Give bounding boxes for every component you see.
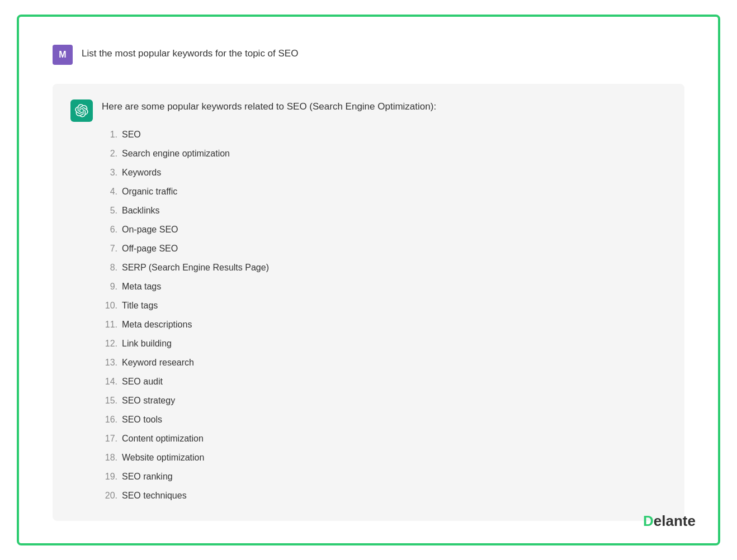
main-container: M List the most popular keywords for the… [17, 15, 720, 545]
item-text: Keywords [122, 166, 161, 179]
item-text: Organic traffic [122, 185, 177, 198]
list-item: 3.Keywords [102, 163, 667, 182]
item-text: SEO strategy [122, 394, 175, 407]
chatgpt-logo-svg [75, 104, 88, 117]
item-number: 12. [102, 337, 117, 350]
list-item: 14.SEO audit [102, 372, 667, 391]
item-number: 16. [102, 413, 117, 426]
item-number: 7. [102, 242, 117, 255]
user-message: M List the most popular keywords for the… [53, 39, 684, 70]
item-text: Title tags [122, 299, 158, 312]
list-item: 15.SEO strategy [102, 391, 667, 410]
brand-rest: elante [654, 512, 696, 530]
item-text: Backlinks [122, 204, 160, 217]
item-text: SEO audit [122, 375, 163, 388]
keywords-list: 1.SEO2.Search engine optimization3.Keywo… [102, 125, 667, 505]
item-text: SEO techniques [122, 489, 187, 502]
list-item: 5.Backlinks [102, 201, 667, 220]
item-number: 20. [102, 489, 117, 502]
branding: Delante [643, 512, 696, 530]
item-text: Search engine optimization [122, 147, 230, 160]
list-item: 4.Organic traffic [102, 182, 667, 201]
user-avatar: M [53, 45, 73, 65]
chatgpt-icon [70, 99, 93, 122]
item-number: 18. [102, 451, 117, 464]
item-number: 13. [102, 356, 117, 369]
list-item: 8.SERP (Search Engine Results Page) [102, 258, 667, 277]
user-message-text: List the most popular keywords for the t… [82, 45, 298, 59]
item-number: 2. [102, 147, 117, 160]
list-item: 20.SEO techniques [102, 486, 667, 505]
item-number: 10. [102, 299, 117, 312]
item-number: 5. [102, 204, 117, 217]
list-item: 11.Meta descriptions [102, 315, 667, 334]
item-text: Off-page SEO [122, 242, 178, 255]
item-number: 17. [102, 432, 117, 445]
item-number: 15. [102, 394, 117, 407]
item-text: SEO ranking [122, 470, 173, 483]
list-item: 19.SEO ranking [102, 467, 667, 486]
item-text: On-page SEO [122, 223, 178, 236]
list-item: 1.SEO [102, 125, 667, 144]
list-item: 6.On-page SEO [102, 220, 667, 239]
list-item: 7.Off-page SEO [102, 239, 667, 258]
list-item: 16.SEO tools [102, 410, 667, 429]
list-item: 17.Content optimization [102, 429, 667, 448]
ai-response-container: Here are some popular keywords related t… [53, 84, 684, 521]
list-item: 12.Link building [102, 334, 667, 353]
list-item: 13.Keyword research [102, 353, 667, 372]
response-content: Here are some popular keywords related t… [102, 99, 667, 505]
item-number: 9. [102, 280, 117, 293]
list-item: 18.Website optimization [102, 448, 667, 467]
item-number: 3. [102, 166, 117, 179]
list-item: 10.Title tags [102, 296, 667, 315]
item-text: Meta tags [122, 280, 161, 293]
item-text: Content optimization [122, 432, 204, 445]
item-text: Keyword research [122, 356, 194, 369]
list-item: 9.Meta tags [102, 277, 667, 296]
brand-d-letter: D [643, 512, 654, 530]
item-number: 8. [102, 261, 117, 274]
item-text: SERP (Search Engine Results Page) [122, 261, 269, 274]
item-text: Meta descriptions [122, 318, 192, 331]
item-number: 1. [102, 128, 117, 141]
item-number: 4. [102, 185, 117, 198]
item-text: Website optimization [122, 451, 204, 464]
response-intro: Here are some popular keywords related t… [102, 99, 667, 114]
item-number: 6. [102, 223, 117, 236]
list-item: 2.Search engine optimization [102, 144, 667, 163]
item-text: Link building [122, 337, 172, 350]
item-number: 11. [102, 318, 117, 331]
item-text: SEO tools [122, 413, 162, 426]
item-number: 19. [102, 470, 117, 483]
item-text: SEO [122, 128, 141, 141]
item-number: 14. [102, 375, 117, 388]
